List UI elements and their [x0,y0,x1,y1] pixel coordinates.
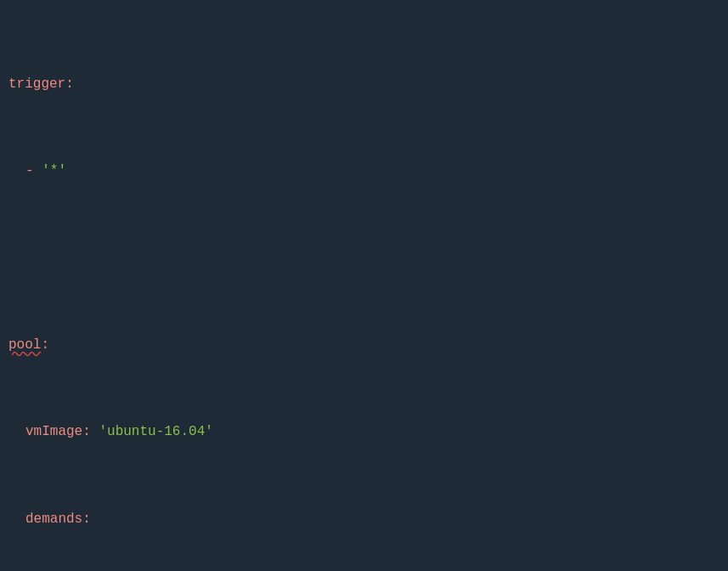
key-vmimage: vmImage [25,421,82,444]
key-pool: pool [8,335,41,357]
line-pool: pool: [0,335,728,357]
line-trigger: trigger: [0,74,728,96]
line-demands: demands: [0,509,728,531]
key-trigger: trigger [8,74,65,96]
line-trigger-value: - '*' [0,161,728,183]
line-vmimage: vmImage: 'ubuntu-16.04' [0,421,728,444]
value-trigger: '*' [42,161,66,183]
code-editor: trigger: - '*' pool: vmImage: 'ubuntu-16… [0,0,728,571]
dash-1: - [25,161,42,183]
key-demands: demands [25,509,82,531]
empty-1 [0,248,728,270]
value-vmimage: 'ubuntu-16.04' [99,421,212,444]
